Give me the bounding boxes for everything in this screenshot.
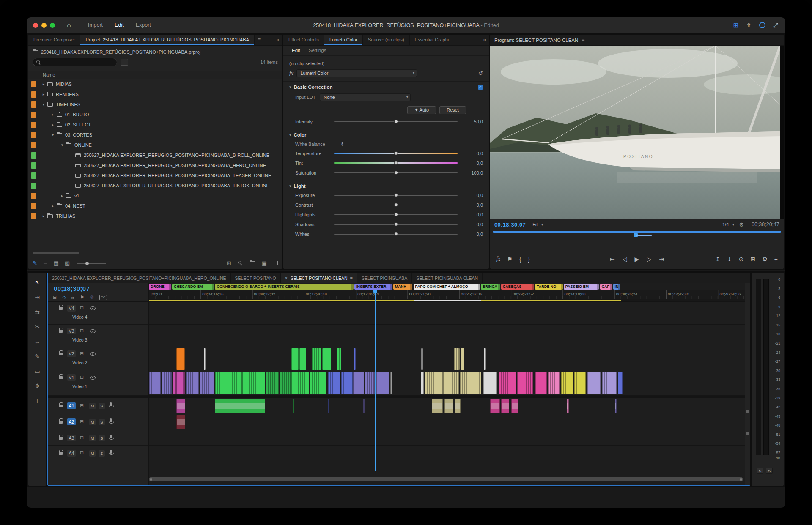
timeline-clip[interactable] [173,372,176,394]
timeline-clip[interactable] [444,399,453,413]
scrubber-loaded-bar[interactable] [493,231,781,233]
timeline-clip[interactable] [490,399,500,413]
lumetri-subtab-settings[interactable]: Settings [305,46,330,55]
timeline-clip[interactable] [561,372,573,394]
bin-row[interactable]: ▾03. CORTES [28,130,282,140]
saturation-slider-handle[interactable] [394,171,398,175]
timeline-clip[interactable] [353,372,364,394]
effects-tab-2[interactable]: Source: (no clips) [363,35,410,45]
bin-row[interactable]: ▸RENDERS [28,89,282,99]
chapter-marker[interactable]: PASSEIO EM [564,284,599,290]
program-current-timecode[interactable]: 00;18;30;07 [494,221,526,228]
timeline-clip[interactable] [291,372,309,394]
close-window-button[interactable] [33,23,38,28]
solo-button[interactable]: S [99,435,105,441]
panel-menu-icon[interactable]: ≡ [350,276,353,281]
solo-button[interactable]: S [99,419,105,425]
timeline-clip[interactable] [328,399,329,413]
timeline-clip[interactable] [421,372,424,394]
timeline-clip[interactable] [501,399,510,413]
vertical-scroll-dot[interactable] [746,432,749,435]
track-target-badge[interactable]: V2 [67,350,76,357]
timeline-clip[interactable] [299,348,306,370]
chapter-marker[interactable]: PAPO COM CHEF + ALMOÇO [414,284,480,290]
disclosure-chevron-icon[interactable]: ▸ [50,204,56,208]
project-file-name[interactable]: 250418_HIDAKA EXPLORER_REFÚGIOS_POSITANO… [41,49,200,55]
timeline-clip[interactable] [548,372,560,394]
timeline-settings-wrench-icon[interactable]: ⚙ [90,295,94,300]
go-to-out-button[interactable]: ⇥ [659,256,664,262]
track-lock-icon[interactable] [59,330,63,333]
edit-pencil-icon[interactable]: ✎ [33,260,37,266]
basic-correction-section[interactable]: ▾ Basic Correction ✓ [283,81,489,91]
timeline-clip[interactable] [454,348,460,370]
chapter-marker[interactable]: IN [613,284,620,290]
disclosure-chevron-icon[interactable]: ▸ [41,92,47,96]
list-view-button[interactable]: ≣ [43,260,48,266]
zoom-slider-knob[interactable] [85,262,89,265]
step-back-button[interactable]: ◁ [623,256,627,262]
timeline-horizontal-scrollbar[interactable] [149,477,743,481]
timeline-clip[interactable] [176,399,185,413]
scrubber-zoom-bar[interactable] [636,235,652,236]
basic-correction-checkbox[interactable]: ✓ [478,85,483,90]
chapter-marker[interactable]: CAF [600,284,612,290]
timeline-clip[interactable] [341,372,353,394]
effects-tab-0[interactable]: Effect Controls [283,35,324,45]
sync-lock-icon[interactable]: ⊟ [80,450,84,456]
razor-tool[interactable]: ✂ [31,321,43,332]
timeline-clip[interactable] [483,372,497,394]
timeline-clip[interactable] [186,372,199,394]
panel-menu-icon[interactable]: ≡ [255,35,263,45]
bin-row[interactable]: ▸250627_HIDAKA EXPLORER_REFÚGIOS_POSITAN… [28,150,282,160]
chapter-marker[interactable]: CHEGANDO EM [172,284,214,290]
mute-button[interactable]: M [89,435,96,441]
hand-tool[interactable]: ✥ [31,380,43,391]
track-lock-icon[interactable] [59,437,63,440]
timeline-clip[interactable] [328,372,340,394]
zoom-window-button[interactable] [50,23,55,28]
exposure-slider-handle[interactable] [394,193,398,197]
temperature-slider-handle[interactable] [394,151,398,155]
vertical-scroll-dot[interactable] [746,410,749,413]
timeline-clip[interactable] [280,372,291,394]
timeline-clip[interactable] [517,372,533,394]
timeline-clip[interactable] [293,399,294,413]
bin-row[interactable]: ▸250627_HIDAKA EXPLORER_REFÚGIOS_POSITAN… [28,160,282,170]
bin-row[interactable]: ▸MIDIAS [28,79,282,89]
timeline-clip[interactable] [574,372,586,394]
fullscreen-icon[interactable]: ⤢ [773,22,778,29]
settings-button[interactable]: ⚙ [762,256,768,262]
timeline-clip[interactable] [421,348,423,370]
timeline-clip[interactable] [443,372,459,394]
chapter-marker[interactable]: TARDE NO [535,284,563,290]
chapter-marker[interactable]: CABEÇAS [501,284,534,290]
monitor-settings-wrench-icon[interactable]: ⚙ [739,221,744,228]
timeline-clip[interactable] [310,372,326,394]
disclosure-chevron-icon[interactable]: ▸ [50,112,56,117]
step-forward-button[interactable]: ▷ [647,256,651,262]
sequence-tab-3[interactable]: SELECT PICINGUABA [357,273,412,283]
timeline-clip[interactable] [461,348,464,370]
track-target-badge[interactable]: V1 [67,374,76,381]
mute-button[interactable]: M [89,450,96,457]
track-lock-icon[interactable] [59,376,63,379]
insert-overwrite-sequence-icon[interactable]: ⊟ [53,295,57,300]
timeline-clip[interactable] [149,372,161,394]
timeline-clip[interactable] [567,399,569,413]
disclosure-chevron-icon[interactable]: ▸ [50,123,56,127]
comparison-view-button[interactable]: ⊞ [751,256,756,262]
effects-tab-1[interactable]: Lumetri Color [324,35,363,45]
timeline-clip[interactable] [312,348,321,370]
pen-tool[interactable]: ✎ [31,351,43,362]
timeline-clip[interactable] [432,399,442,413]
filter-bin-content-icon[interactable] [121,59,128,66]
timeline-clip[interactable] [376,372,389,394]
sync-lock-icon[interactable]: ⊟ [80,403,84,408]
bin-row[interactable]: ▸04. NEST [28,201,282,211]
track-output-eye-icon[interactable] [90,352,96,356]
project-horizontal-scrollbar[interactable] [33,252,79,254]
close-tab-icon[interactable]: × [285,275,288,281]
ripple-edit-tool[interactable]: ⇆ [31,306,43,317]
snap-magnet-icon[interactable]: Ω [62,295,66,300]
